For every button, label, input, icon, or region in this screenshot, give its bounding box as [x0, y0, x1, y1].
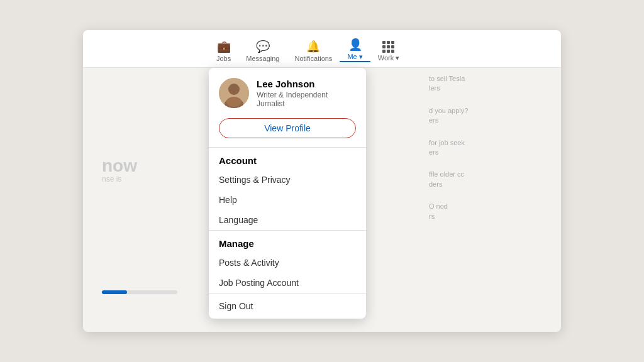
job-posting-account-item[interactable]: Job Posting Account	[209, 273, 366, 293]
user-title: Writer & Independent Jurnalist	[257, 90, 356, 108]
nav-jobs-label: Jobs	[216, 55, 231, 62]
page-wrapper: now nse is to sell Teslalers d you apply…	[83, 30, 561, 332]
svg-point-1	[228, 84, 240, 95]
bg-news-1: to sell Teslalers	[429, 74, 542, 94]
view-profile-button[interactable]: View Profile	[219, 118, 356, 138]
user-info: Lee Johnson Writer & Independent Jurnali…	[257, 79, 356, 108]
nav-messaging[interactable]: 💬 Messaging	[238, 40, 287, 62]
help-item[interactable]: Help	[209, 190, 366, 210]
nav-me[interactable]: 👤 Me ▾	[340, 38, 370, 62]
bg-news-2: d you apply?ers	[429, 106, 542, 126]
avatar	[219, 78, 249, 108]
nav-me-label: Me ▾	[347, 53, 362, 61]
nav-messaging-label: Messaging	[246, 55, 279, 62]
language-item[interactable]: Language	[209, 210, 366, 230]
jobs-icon: 💼	[217, 40, 231, 53]
messaging-icon: 💬	[256, 40, 270, 53]
manage-section-header: Manage	[209, 231, 366, 253]
nav-bar: 💼 Jobs 💬 Messaging 🔔 Notifications 👤 Me …	[83, 30, 561, 68]
me-dropdown: Lee Johnson Writer & Independent Jurnali…	[209, 68, 366, 319]
nav-jobs[interactable]: 💼 Jobs	[209, 40, 238, 62]
posts-activity-item[interactable]: Posts & Activity	[209, 253, 366, 273]
bg-progress-bar	[102, 290, 177, 294]
settings-privacy-item[interactable]: Settings & Privacy	[209, 170, 366, 190]
nav-work-label: Work ▾	[378, 54, 400, 62]
bg-news-5: O nodrs	[429, 202, 542, 221]
bg-news-area: to sell Teslalers d you apply?ers for jo…	[429, 74, 542, 234]
me-icon: 👤	[348, 38, 362, 52]
bg-news-3: for job seekers	[429, 138, 542, 158]
nav-notifications[interactable]: 🔔 Notifications	[287, 40, 340, 62]
account-section-header: Account	[209, 148, 366, 170]
grid-icon	[382, 41, 394, 53]
bg-nse-text: nse is	[102, 175, 121, 184]
nav-work[interactable]: Work ▾	[370, 41, 408, 62]
sign-out-item[interactable]: Sign Out	[209, 293, 366, 319]
user-name: Lee Johnson	[257, 79, 356, 89]
notifications-icon: 🔔	[306, 40, 320, 53]
svg-point-3	[226, 97, 242, 107]
bg-news-4: ffle older ccders	[429, 170, 542, 189]
user-header: Lee Johnson Writer & Independent Jurnali…	[209, 68, 366, 118]
work-icon	[382, 41, 394, 53]
bg-now-text: now	[102, 156, 137, 176]
nav-notifications-label: Notifications	[294, 55, 332, 62]
